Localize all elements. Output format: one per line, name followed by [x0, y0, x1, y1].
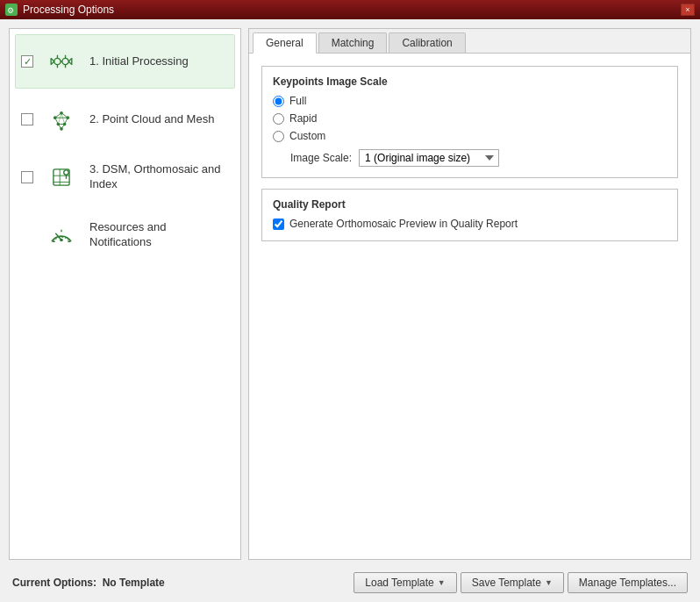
tab-matching[interactable]: Matching: [318, 32, 388, 53]
sidebar: 1. Initial Processing: [9, 28, 241, 560]
sidebar-label-resources: Resources and Notifications: [89, 220, 229, 250]
radio-label-full: Full: [289, 95, 306, 107]
radio-item-full[interactable]: Full: [273, 95, 667, 107]
radio-rapid[interactable]: [273, 113, 284, 125]
tab-bar: General Matching Calibration: [249, 29, 690, 54]
svg-point-3: [62, 58, 68, 64]
quality-report-title: Quality Report: [273, 198, 667, 211]
current-options: Current Options: No Template: [12, 577, 165, 589]
radio-item-rapid[interactable]: Rapid: [273, 112, 667, 125]
sidebar-icon-dsm: [42, 158, 81, 197]
keypoints-section-title: Keypoints Image Scale: [273, 75, 667, 88]
image-scale-select[interactable]: 1 (Original image size) 1/2 1/4 1/8: [359, 149, 499, 167]
radio-item-custom[interactable]: Custom: [273, 130, 667, 142]
sidebar-checkbox-dsm[interactable]: [21, 171, 33, 183]
sidebar-item-point-cloud[interactable]: 2. Point Cloud and Mesh: [15, 92, 235, 147]
svg-line-23: [55, 118, 59, 124]
save-template-dropdown-arrow: ▼: [545, 578, 553, 587]
save-template-button[interactable]: Save Template ▼: [461, 572, 564, 593]
image-scale-row: Image Scale: 1 (Original image size) 1/2…: [290, 149, 667, 167]
window-title: Processing Options: [23, 4, 114, 16]
generate-preview-checkbox-row[interactable]: Generate Orthomosaic Preview in Quality …: [273, 218, 667, 230]
sidebar-icon-initial-processing: [42, 42, 81, 81]
radio-custom[interactable]: [273, 131, 284, 142]
load-template-button[interactable]: Load Template ▼: [354, 572, 456, 593]
bottom-buttons: Load Template ▼ Save Template ▼ Manage T…: [354, 572, 688, 593]
load-template-label: Load Template: [365, 577, 434, 589]
tab-general[interactable]: General: [253, 32, 317, 54]
sidebar-label-point-cloud: 2. Point Cloud and Mesh: [89, 112, 214, 127]
radio-label-custom: Custom: [289, 130, 325, 142]
manage-templates-button[interactable]: Manage Templates...: [568, 572, 688, 593]
title-bar: ⚙ Processing Options ×: [0, 0, 700, 19]
content-area: 1. Initial Processing: [9, 28, 691, 560]
svg-rect-31: [54, 169, 69, 185]
main-container: 1. Initial Processing: [0, 19, 700, 602]
keypoints-section: Keypoints Image Scale Full Rapid Cus: [261, 66, 678, 178]
quality-report-section: Quality Report Generate Orthomosaic Prev…: [261, 189, 678, 241]
manage-templates-label: Manage Templates...: [579, 577, 676, 589]
right-panel: General Matching Calibration Keypoints I…: [248, 28, 691, 560]
sidebar-item-resources[interactable]: Resources and Notifications: [15, 208, 235, 262]
app-icon: ⚙: [5, 4, 18, 16]
sidebar-icon-point-cloud: [42, 100, 81, 139]
generate-preview-label: Generate Orthomosaic Preview in Quality …: [289, 218, 518, 230]
svg-text:⚙: ⚙: [7, 6, 14, 15]
radio-group-keypoints: Full Rapid Custom: [273, 95, 667, 142]
sidebar-checkbox-point-cloud[interactable]: [21, 113, 33, 125]
sidebar-item-dsm[interactable]: 3. DSM, Orthomosaic and Index: [15, 150, 235, 204]
window-controls: ×: [681, 4, 695, 16]
svg-point-35: [64, 170, 68, 175]
tab-calibration[interactable]: Calibration: [389, 32, 465, 53]
current-options-label: Current Options:: [12, 577, 96, 589]
sidebar-label-dsm: 3. DSM, Orthomosaic and Index: [89, 162, 229, 192]
bottom-bar: Current Options: No Template Load Templa…: [9, 567, 691, 593]
image-scale-label: Image Scale:: [290, 152, 352, 164]
svg-point-38: [60, 239, 63, 242]
load-template-dropdown-arrow: ▼: [438, 578, 446, 587]
radio-label-rapid: Rapid: [289, 112, 317, 125]
close-button[interactable]: ×: [681, 4, 695, 16]
tab-content-general: Keypoints Image Scale Full Rapid Cus: [249, 54, 690, 559]
sidebar-checkbox-initial-processing[interactable]: [21, 55, 33, 68]
sidebar-label-initial-processing: 1. Initial Processing: [89, 54, 189, 69]
sidebar-item-initial-processing[interactable]: 1. Initial Processing: [15, 34, 235, 89]
sidebar-icon-resources: [42, 216, 81, 254]
svg-line-24: [65, 118, 68, 124]
svg-line-25: [58, 124, 61, 128]
title-bar-title: ⚙ Processing Options: [5, 4, 114, 16]
svg-line-26: [61, 124, 65, 128]
save-template-label: Save Template: [472, 577, 541, 589]
generate-preview-checkbox[interactable]: [273, 219, 284, 230]
svg-point-2: [54, 58, 61, 64]
radio-full[interactable]: [273, 96, 284, 107]
current-options-value: No Template: [103, 577, 165, 589]
